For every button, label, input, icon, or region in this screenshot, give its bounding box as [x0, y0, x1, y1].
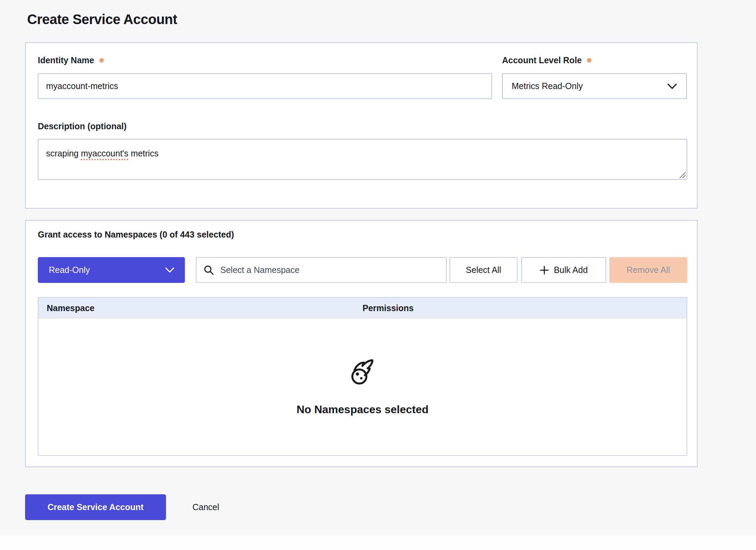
- identity-name-label-text: Identity Name: [38, 55, 94, 65]
- account-level-role-label-text: Account Level Role: [502, 55, 582, 65]
- search-icon: [203, 265, 214, 276]
- plus-icon: [540, 266, 549, 275]
- description-label: Description (optional): [38, 121, 126, 131]
- create-service-account-button[interactable]: Create Service Account: [25, 494, 166, 520]
- description-label-text: Description (optional): [38, 121, 126, 131]
- description-text-after: metrics: [129, 148, 159, 158]
- identity-form-panel: Identity Name Account Level Role Metrics…: [25, 42, 698, 209]
- namespaces-heading: Grant access to Namespaces (0 of 443 sel…: [38, 230, 234, 240]
- select-all-label: Select All: [466, 265, 501, 275]
- cancel-button[interactable]: Cancel: [189, 494, 223, 520]
- namespace-search[interactable]: [196, 257, 447, 283]
- required-dot-icon: [587, 58, 591, 63]
- account-level-role-label: Account Level Role: [502, 55, 591, 65]
- empty-state-text: No Namespaces selected: [297, 403, 429, 416]
- cancel-label: Cancel: [192, 502, 219, 512]
- remove-all-button[interactable]: Remove All: [609, 257, 687, 283]
- column-header-permissions: Permissions: [363, 298, 414, 318]
- description-text-before: scraping: [46, 148, 81, 158]
- description-textarea[interactable]: scraping myaccount's metrics: [38, 139, 687, 180]
- comet-icon: [348, 358, 377, 387]
- textarea-resize-handle-icon[interactable]: [679, 172, 686, 178]
- bottom-strip: [0, 535, 756, 550]
- description-text-misspelled: myaccount's: [81, 148, 128, 158]
- identity-name-label: Identity Name: [38, 55, 104, 65]
- page-title: Create Service Account: [27, 12, 177, 27]
- create-service-account-page: Create Service Account Identity Name Acc…: [0, 0, 756, 550]
- account-level-role-value: Metrics Read-Only: [512, 81, 583, 91]
- identity-name-input[interactable]: [38, 73, 492, 99]
- select-all-button[interactable]: Select All: [449, 257, 518, 283]
- required-dot-icon: [99, 58, 104, 63]
- chevron-down-icon: [165, 267, 175, 273]
- namespaces-table: Namespace Permissions No Namespaces sele…: [38, 297, 687, 456]
- bulk-add-label: Bulk Add: [554, 265, 588, 275]
- remove-all-label: Remove All: [626, 265, 670, 275]
- column-header-namespace: Namespace: [47, 298, 94, 318]
- namespaces-panel: Grant access to Namespaces (0 of 443 sel…: [25, 220, 698, 467]
- namespace-search-input[interactable]: [220, 265, 439, 275]
- namespace-role-dropdown[interactable]: Read-Only: [38, 257, 185, 283]
- namespaces-empty-state: No Namespaces selected: [38, 318, 687, 455]
- account-level-role-select[interactable]: Metrics Read-Only: [502, 73, 687, 99]
- bulk-add-button[interactable]: Bulk Add: [521, 257, 606, 283]
- create-service-account-label: Create Service Account: [47, 502, 144, 512]
- namespace-role-value: Read-Only: [49, 265, 90, 275]
- namespaces-table-header: Namespace Permissions: [38, 298, 687, 318]
- chevron-down-icon: [667, 83, 677, 89]
